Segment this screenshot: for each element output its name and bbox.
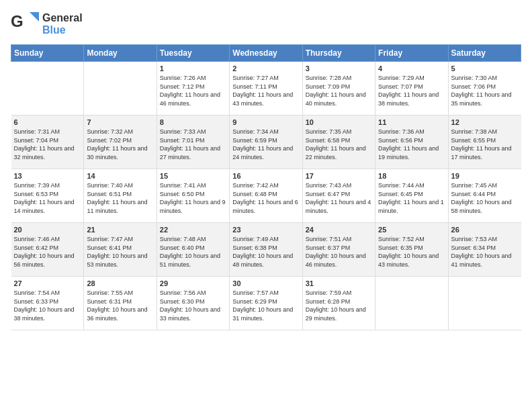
day-number: 30 [232, 279, 299, 287]
header-day-sunday: Sunday [11, 45, 84, 62]
calendar-cell: 27Sunrise: 7:54 AM Sunset: 6:33 PM Dayli… [11, 277, 84, 330]
day-number: 17 [306, 172, 372, 180]
calendar-cell: 12Sunrise: 7:38 AM Sunset: 6:55 PM Dayli… [448, 116, 521, 169]
calendar-cell: 14Sunrise: 7:40 AM Sunset: 6:51 PM Dayli… [84, 169, 157, 223]
calendar-cell: 24Sunrise: 7:51 AM Sunset: 6:37 PM Dayli… [302, 223, 375, 277]
day-number: 7 [87, 118, 153, 126]
day-number: 6 [14, 118, 81, 126]
day-number: 14 [87, 172, 153, 180]
header-row: SundayMondayTuesdayWednesdayThursdayFrid… [11, 45, 521, 62]
calendar-cell: 10Sunrise: 7:35 AM Sunset: 6:58 PM Dayli… [302, 116, 375, 169]
day-info: Sunrise: 7:42 AM Sunset: 6:48 PM Dayligh… [232, 181, 299, 215]
day-info: Sunrise: 7:34 AM Sunset: 6:59 PM Dayligh… [232, 128, 299, 161]
calendar-cell: 26Sunrise: 7:53 AM Sunset: 6:34 PM Dayli… [448, 223, 521, 277]
day-info: Sunrise: 7:44 AM Sunset: 6:45 PM Dayligh… [378, 181, 445, 215]
day-info: Sunrise: 7:41 AM Sunset: 6:50 PM Dayligh… [160, 181, 226, 215]
week-row-3: 20Sunrise: 7:46 AM Sunset: 6:42 PM Dayli… [11, 223, 521, 277]
day-info: Sunrise: 7:39 AM Sunset: 6:53 PM Dayligh… [14, 181, 81, 215]
calendar-cell: 17Sunrise: 7:43 AM Sunset: 6:47 PM Dayli… [302, 169, 375, 223]
calendar-cell: 13Sunrise: 7:39 AM Sunset: 6:53 PM Dayli… [11, 169, 84, 223]
svg-text:G: G [11, 12, 24, 30]
calendar-cell: 31Sunrise: 7:59 AM Sunset: 6:28 PM Dayli… [302, 277, 375, 330]
header: GGeneralBlue [11, 11, 521, 38]
day-info: Sunrise: 7:57 AM Sunset: 6:29 PM Dayligh… [232, 289, 299, 322]
svg-marker-1 [30, 12, 39, 21]
day-info: Sunrise: 7:45 AM Sunset: 6:44 PM Dayligh… [451, 181, 519, 215]
calendar-cell: 16Sunrise: 7:42 AM Sunset: 6:48 PM Dayli… [230, 169, 302, 223]
calendar-cell: 23Sunrise: 7:49 AM Sunset: 6:38 PM Dayli… [230, 223, 302, 277]
day-number: 23 [232, 226, 299, 234]
header-day-saturday: Saturday [448, 45, 521, 62]
day-number: 2 [232, 64, 299, 73]
calendar-cell: 9Sunrise: 7:34 AM Sunset: 6:59 PM Daylig… [230, 116, 302, 169]
calendar-table: SundayMondayTuesdayWednesdayThursdayFrid… [11, 44, 521, 330]
day-number: 4 [378, 64, 445, 73]
calendar-cell: 2Sunrise: 7:27 AM Sunset: 7:11 PM Daylig… [230, 62, 302, 116]
calendar-cell: 11Sunrise: 7:36 AM Sunset: 6:56 PM Dayli… [375, 116, 448, 169]
day-number: 9 [232, 118, 299, 126]
day-info: Sunrise: 7:26 AM Sunset: 7:12 PM Dayligh… [160, 74, 226, 107]
calendar-cell: 7Sunrise: 7:32 AM Sunset: 7:02 PM Daylig… [84, 116, 157, 169]
header-day-friday: Friday [375, 45, 448, 62]
calendar-cell: 1Sunrise: 7:26 AM Sunset: 7:12 PM Daylig… [157, 62, 229, 116]
calendar-cell [84, 62, 157, 116]
calendar-cell: 3Sunrise: 7:28 AM Sunset: 7:09 PM Daylig… [302, 62, 375, 116]
day-info: Sunrise: 7:46 AM Sunset: 6:42 PM Dayligh… [14, 235, 81, 269]
calendar-cell: 5Sunrise: 7:30 AM Sunset: 7:06 PM Daylig… [448, 62, 521, 116]
calendar-cell: 28Sunrise: 7:55 AM Sunset: 6:31 PM Dayli… [84, 277, 157, 330]
day-number: 26 [451, 226, 519, 234]
day-number: 27 [14, 279, 81, 287]
day-info: Sunrise: 7:48 AM Sunset: 6:40 PM Dayligh… [160, 235, 226, 269]
day-info: Sunrise: 7:33 AM Sunset: 7:01 PM Dayligh… [160, 128, 226, 161]
calendar-cell: 8Sunrise: 7:33 AM Sunset: 7:01 PM Daylig… [157, 116, 229, 169]
day-number: 13 [14, 172, 81, 180]
calendar-cell: 6Sunrise: 7:31 AM Sunset: 7:04 PM Daylig… [11, 116, 84, 169]
header-day-wednesday: Wednesday [230, 45, 302, 62]
logo-icon: G [11, 11, 41, 38]
header-day-monday: Monday [84, 45, 157, 62]
header-day-tuesday: Tuesday [157, 45, 229, 62]
day-number: 25 [378, 226, 445, 234]
day-number: 1 [160, 64, 226, 73]
day-info: Sunrise: 7:55 AM Sunset: 6:31 PM Dayligh… [87, 289, 153, 322]
calendar-cell: 4Sunrise: 7:29 AM Sunset: 7:07 PM Daylig… [375, 62, 448, 116]
calendar-cell [375, 277, 448, 330]
day-number: 11 [378, 118, 445, 126]
day-info: Sunrise: 7:35 AM Sunset: 6:58 PM Dayligh… [306, 128, 372, 161]
day-number: 28 [87, 279, 153, 287]
calendar-cell: 21Sunrise: 7:47 AM Sunset: 6:41 PM Dayli… [84, 223, 157, 277]
week-row-0: 1Sunrise: 7:26 AM Sunset: 7:12 PM Daylig… [11, 62, 521, 116]
day-info: Sunrise: 7:47 AM Sunset: 6:41 PM Dayligh… [87, 235, 153, 269]
page: GGeneralBlue SundayMondayTuesdayWednesda… [0, 0, 532, 411]
week-row-2: 13Sunrise: 7:39 AM Sunset: 6:53 PM Dayli… [11, 169, 521, 223]
day-number: 12 [451, 118, 519, 126]
day-info: Sunrise: 7:38 AM Sunset: 6:55 PM Dayligh… [451, 128, 519, 161]
day-number: 20 [14, 226, 81, 234]
day-info: Sunrise: 7:54 AM Sunset: 6:33 PM Dayligh… [14, 289, 81, 322]
calendar-cell: 30Sunrise: 7:57 AM Sunset: 6:29 PM Dayli… [230, 277, 302, 330]
logo-text-block: GeneralBlue [42, 12, 83, 36]
day-info: Sunrise: 7:29 AM Sunset: 7:07 PM Dayligh… [378, 74, 445, 107]
day-number: 21 [87, 226, 153, 234]
day-number: 19 [451, 172, 519, 180]
day-number: 16 [232, 172, 299, 180]
day-info: Sunrise: 7:49 AM Sunset: 6:38 PM Dayligh… [232, 235, 299, 269]
day-number: 31 [306, 279, 372, 287]
calendar-cell [11, 62, 84, 116]
day-number: 29 [160, 279, 226, 287]
calendar-cell: 25Sunrise: 7:52 AM Sunset: 6:35 PM Dayli… [375, 223, 448, 277]
day-info: Sunrise: 7:53 AM Sunset: 6:34 PM Dayligh… [451, 235, 519, 269]
day-info: Sunrise: 7:56 AM Sunset: 6:30 PM Dayligh… [160, 289, 226, 322]
calendar-cell [448, 277, 521, 330]
calendar-cell: 19Sunrise: 7:45 AM Sunset: 6:44 PM Dayli… [448, 169, 521, 223]
logo: GGeneralBlue [11, 11, 83, 38]
day-number: 18 [378, 172, 445, 180]
logo-general-text: General [42, 12, 83, 24]
day-info: Sunrise: 7:36 AM Sunset: 6:56 PM Dayligh… [378, 128, 445, 161]
day-number: 3 [306, 64, 372, 73]
calendar-cell: 29Sunrise: 7:56 AM Sunset: 6:30 PM Dayli… [157, 277, 229, 330]
day-info: Sunrise: 7:52 AM Sunset: 6:35 PM Dayligh… [378, 235, 445, 269]
logo-blue-text: Blue [42, 24, 66, 36]
day-number: 10 [306, 118, 372, 126]
day-number: 8 [160, 118, 226, 126]
